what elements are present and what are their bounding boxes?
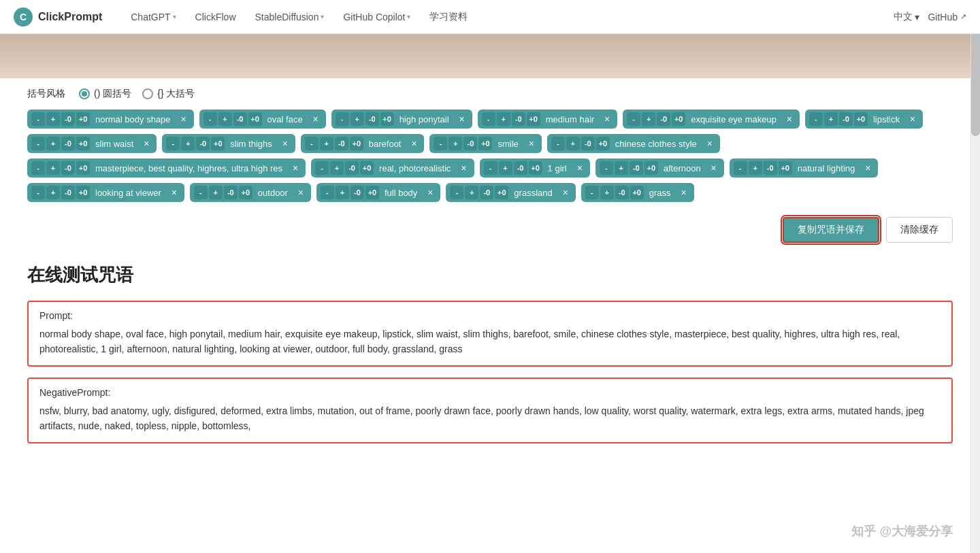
tag-plus0-button[interactable]: +0 [596,137,610,150]
tag-minus-button[interactable]: - [305,137,318,150]
tag-plus0-button[interactable]: +0 [527,112,540,126]
tag-minus-button[interactable]: - [600,161,613,175]
tag-minus0-button[interactable]: -0 [512,112,525,126]
tag-plus-button[interactable]: + [209,186,223,199]
tag-close-button[interactable]: × [295,186,307,199]
nav-github-copilot[interactable]: GitHub Copilot ▾ [335,7,419,27]
tag-plus-button[interactable]: + [218,112,232,126]
tag-minus0-button[interactable]: -0 [365,112,379,126]
tag-close-button[interactable]: × [424,186,436,199]
tag-minus-button[interactable]: - [450,186,463,199]
tag-plus0-button[interactable]: +0 [248,112,262,126]
tag-minus-button[interactable]: - [734,161,747,175]
tag-plus-button[interactable]: + [566,137,580,150]
tag-plus0-button[interactable]: +0 [76,137,90,150]
tag-plus-button[interactable]: + [749,161,762,175]
tag-plus0-button[interactable]: +0 [529,161,542,175]
tag-minus-button[interactable]: - [166,137,180,150]
negative-prompt-text[interactable]: nsfw, blurry, bad anatomy, ugly, disfigu… [39,403,941,434]
tag-plus0-button[interactable]: +0 [672,112,685,126]
tag-plus0-button[interactable]: +0 [365,186,379,199]
tag-plus-button[interactable]: + [824,112,838,126]
tag-minus0-button[interactable]: -0 [61,161,75,175]
tag-plus-button[interactable]: + [336,186,349,199]
tag-minus0-button[interactable]: -0 [196,137,210,150]
tag-plus0-button[interactable]: +0 [239,186,252,199]
tag-minus0-button[interactable]: -0 [463,137,477,150]
tag-minus0-button[interactable]: -0 [335,137,348,150]
tag-minus-button[interactable]: - [315,161,329,175]
tag-close-button[interactable]: × [458,162,470,174]
tag-minus0-button[interactable]: -0 [480,186,493,199]
tag-close-button[interactable]: × [310,113,322,125]
tag-plus-button[interactable]: + [46,186,60,199]
tag-plus-button[interactable]: + [448,137,462,150]
tag-minus-button[interactable]: - [31,112,45,126]
tag-minus-button[interactable]: - [482,112,495,126]
tag-minus0-button[interactable]: -0 [615,186,629,199]
tag-close-button[interactable]: × [559,186,572,199]
tag-plus-button[interactable]: + [465,186,478,199]
tag-minus0-button[interactable]: -0 [657,112,670,126]
copy-save-button[interactable]: 复制咒语并保存 [783,217,879,243]
tag-close-button[interactable]: × [601,113,613,125]
tag-plus0-button[interactable]: +0 [380,112,394,126]
tag-close-button[interactable]: × [168,186,180,199]
tag-close-button[interactable]: × [289,162,301,174]
tag-minus-button[interactable]: - [203,112,217,126]
tag-plus-button[interactable]: + [320,137,333,150]
tag-plus-button[interactable]: + [497,112,510,126]
radio-round-bracket[interactable]: () 圆括号 [79,88,131,100]
tag-plus-button[interactable]: + [600,186,614,199]
tag-minus0-button[interactable]: -0 [764,161,777,175]
tag-close-button[interactable]: × [525,137,538,150]
tag-minus-button[interactable]: - [321,186,334,199]
tag-minus0-button[interactable]: -0 [61,137,75,150]
tag-close-button[interactable]: × [140,137,152,150]
tag-close-button[interactable]: × [906,113,919,125]
tag-minus-button[interactable]: - [31,137,45,150]
tag-close-button[interactable]: × [783,113,796,125]
tag-plus-button[interactable]: + [642,112,655,126]
tag-plus0-button[interactable]: +0 [779,161,792,175]
tag-plus-button[interactable]: + [350,112,364,126]
tag-plus0-button[interactable]: +0 [495,186,508,199]
tag-plus-button[interactable]: + [46,161,60,175]
tag-plus0-button[interactable]: +0 [644,161,658,175]
tag-plus0-button[interactable]: +0 [76,161,90,175]
tag-plus0-button[interactable]: +0 [854,112,868,126]
tag-close-button[interactable]: × [408,137,420,150]
tag-close-button[interactable]: × [862,162,874,174]
tag-minus-button[interactable]: - [585,186,599,199]
tag-plus-button[interactable]: + [46,137,60,150]
tag-minus-button[interactable]: - [31,186,45,199]
tag-minus0-button[interactable]: -0 [233,112,247,126]
tag-plus-button[interactable]: + [330,161,344,175]
tag-plus0-button[interactable]: +0 [211,137,225,150]
tag-plus0-button[interactable]: +0 [360,161,374,175]
tag-close-button[interactable]: × [456,113,468,125]
tag-close-button[interactable]: × [678,186,690,199]
tag-close-button[interactable]: × [704,137,716,150]
tag-minus0-button[interactable]: -0 [61,186,75,199]
tag-plus-button[interactable]: + [181,137,195,150]
tag-minus-button[interactable]: - [31,161,45,175]
tag-minus0-button[interactable]: -0 [345,161,359,175]
tag-minus-button[interactable]: - [627,112,640,126]
nav-study[interactable]: 学习资料 [421,7,476,27]
clear-cache-button[interactable]: 清除缓存 [886,217,953,243]
nav-stablediffusion[interactable]: StableDiffusion ▾ [247,7,333,27]
tag-minus0-button[interactable]: -0 [350,186,364,199]
lang-switcher[interactable]: 中文 ▾ [894,11,919,23]
tag-minus0-button[interactable]: -0 [514,161,527,175]
nav-clickflow[interactable]: ClickFlow [187,7,244,27]
tag-plus0-button[interactable]: +0 [478,137,492,150]
tag-plus0-button[interactable]: +0 [630,186,644,199]
tag-minus-button[interactable]: - [551,137,565,150]
tag-plus-button[interactable]: + [499,161,512,175]
tag-minus-button[interactable]: - [484,161,497,175]
tag-minus0-button[interactable]: -0 [839,112,853,126]
tag-plus0-button[interactable]: +0 [76,112,90,126]
radio-curly-bracket[interactable]: {} 大括号 [142,88,195,100]
tag-close-button[interactable]: × [178,113,190,125]
